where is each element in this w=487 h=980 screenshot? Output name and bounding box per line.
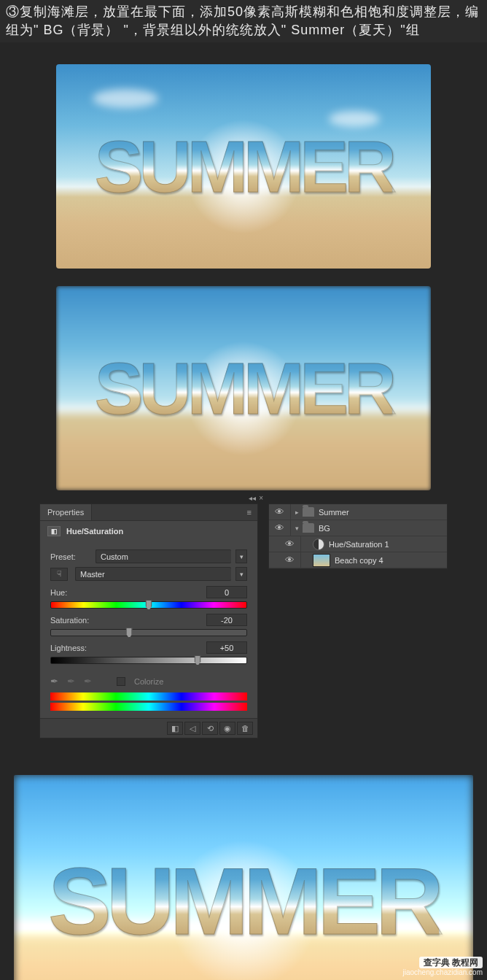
layer-thumbnail — [313, 554, 330, 567]
visibility-icon[interactable]: 👁 — [279, 536, 301, 552]
layer-name[interactable]: Summer — [319, 508, 447, 517]
color-range-bars — [40, 690, 257, 718]
eyedropper-icon[interactable]: ✒ — [50, 676, 58, 687]
saturation-label: Saturation: — [50, 616, 89, 625]
adjustment-title: ◧ Hue/Saturation — [40, 521, 257, 541]
properties-panel: ◂◂× Properties ≡ ◧ Hue/Saturation Preset… — [39, 503, 258, 738]
layers-panel: 👁 ▸ Summer 👁 ▾ BG 👁 Hue/Saturation 1 — [268, 503, 448, 569]
preset-label: Preset: — [50, 552, 91, 561]
preset-select[interactable]: Custom — [96, 549, 231, 563]
properties-tab[interactable]: Properties — [40, 504, 92, 520]
saturation-input[interactable]: -20 — [206, 614, 247, 626]
colorize-label: Colorize — [134, 677, 163, 686]
slider-thumb[interactable] — [195, 655, 201, 665]
tutorial-stage: SUMMER SUMMER ◂◂× Properties ≡ ◧ Hue/Sat… — [0, 42, 487, 980]
twirl-right-icon[interactable]: ▸ — [291, 509, 303, 516]
folder-icon — [303, 523, 314, 533]
reset-button[interactable]: ⟲ — [202, 722, 218, 735]
chevron-down-icon[interactable]: ▾ — [235, 549, 247, 563]
watermark-brand: 查字典 教程网 — [419, 957, 483, 968]
clip-to-layer-button[interactable]: ◧ — [167, 722, 183, 735]
layer-name[interactable]: BG — [319, 524, 447, 533]
eyedropper-subtract-icon[interactable]: ✒ — [84, 676, 92, 687]
toggle-visibility-button[interactable]: ◉ — [219, 722, 235, 735]
visibility-icon[interactable]: 👁 — [269, 520, 291, 536]
summer-text: SUMMER — [95, 347, 392, 431]
lightness-label: Lightness: — [50, 644, 87, 652]
summer-text: SUMMER — [48, 846, 439, 956]
preview-before: SUMMER — [56, 64, 431, 269]
layer-beach-copy[interactable]: 👁 Beach copy 4 — [269, 552, 447, 568]
hue-input[interactable]: 0 — [206, 586, 247, 598]
twirl-down-icon[interactable]: ▾ — [291, 525, 303, 532]
lightness-input[interactable]: +50 — [206, 641, 247, 654]
saturation-slider[interactable] — [50, 629, 247, 636]
colorize-checkbox[interactable] — [117, 677, 125, 686]
adjustment-layer-icon — [313, 539, 324, 550]
chevron-down-icon[interactable]: ▾ — [235, 567, 247, 581]
watermark: 查字典 教程网 jiaocheng.chazidian.com — [402, 957, 483, 977]
hue-sat-icon: ◧ — [47, 526, 61, 536]
instruction-step: ③复制海滩层，放置在最下面，添加50像素高斯模糊和色相饱和度调整层，编组为" B… — [0, 0, 487, 42]
hue-slider[interactable] — [50, 601, 247, 609]
preview-after: SUMMER — [56, 286, 431, 490]
layer-hue-sat[interactable]: 👁 Hue/Saturation 1 — [269, 536, 447, 552]
lightness-slider[interactable] — [50, 657, 247, 664]
delete-button[interactable]: 🗑 — [237, 722, 253, 735]
slider-thumb[interactable] — [146, 600, 152, 610]
visibility-icon[interactable]: 👁 — [269, 504, 291, 520]
slider-thumb[interactable] — [126, 628, 133, 638]
view-previous-button[interactable]: ◁ — [184, 722, 200, 735]
layer-name[interactable]: Beach copy 4 — [335, 556, 447, 565]
hue-label: Hue: — [50, 588, 67, 597]
layer-group-summer[interactable]: 👁 ▸ Summer — [269, 504, 447, 520]
visibility-icon[interactable]: 👁 — [279, 552, 301, 568]
summer-text: SUMMER — [95, 125, 392, 209]
layer-group-bg[interactable]: 👁 ▾ BG — [269, 520, 447, 536]
panel-menu-icon[interactable]: ≡ — [241, 505, 257, 520]
preview-final: SUMMER — [14, 775, 473, 980]
watermark-url: jiaocheng.chazidian.com — [402, 968, 483, 977]
channel-select[interactable]: Master — [75, 567, 231, 581]
folder-icon — [303, 507, 314, 517]
targeted-adjust-icon[interactable]: ☟ — [50, 568, 68, 581]
panel-collapse-handle[interactable]: ◂◂× — [249, 494, 263, 502]
eyedropper-add-icon[interactable]: ✒ — [67, 676, 75, 687]
layer-name[interactable]: Hue/Saturation 1 — [329, 540, 447, 549]
adjustment-name: Hue/Saturation — [66, 527, 123, 536]
